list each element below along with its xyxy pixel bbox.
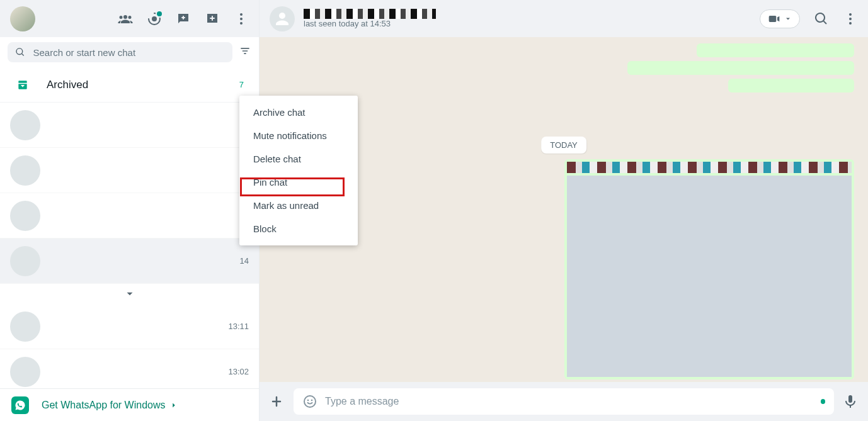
ctx-pin-chat[interactable]: Pin chat (239, 171, 358, 194)
chat-item[interactable]: 13:11 (0, 304, 259, 349)
archived-icon (16, 79, 29, 91)
left-panel: Archived 7 15 14 14 14 13:11 13:02 13:52… (0, 0, 260, 421)
video-icon (768, 13, 780, 25)
ctx-delete-chat[interactable]: Delete chat (239, 147, 358, 171)
ctx-archive-chat[interactable]: Archive chat (239, 101, 358, 124)
message-image-block[interactable] (564, 159, 854, 379)
search-icon (15, 47, 25, 58)
expand-chevron[interactable] (0, 284, 259, 304)
ctx-block[interactable]: Block (239, 217, 358, 240)
chat-item[interactable]: 13:02 (0, 349, 259, 388)
menu-icon[interactable] (234, 11, 249, 26)
composer (260, 382, 868, 421)
get-windows-label: Get WhatsApp for Windows (42, 400, 166, 411)
status-icon[interactable] (147, 11, 162, 26)
svg-point-5 (849, 18, 852, 20)
emoji-icon[interactable] (302, 394, 317, 409)
search-box[interactable] (8, 42, 232, 62)
chat-header[interactable]: last seen today at 14:53 (260, 0, 868, 37)
svg-point-8 (307, 400, 309, 401)
chat-item[interactable]: 14 (0, 239, 259, 284)
compose-input-wrap[interactable] (294, 388, 834, 415)
date-pill-today: TODAY (541, 137, 586, 154)
archived-count: 7 (239, 80, 244, 89)
chat-menu-icon[interactable] (843, 11, 858, 26)
message-bubble[interactable] (697, 43, 854, 57)
contact-name (304, 9, 436, 19)
svg-point-7 (304, 396, 316, 407)
recording-indicator (821, 399, 825, 404)
svg-point-1 (240, 13, 243, 16)
svg-point-6 (849, 22, 852, 25)
new-chat-icon[interactable] (176, 11, 191, 26)
chevron-down-icon (784, 15, 792, 23)
message-bubble[interactable] (728, 79, 854, 93)
compose-input[interactable] (325, 396, 813, 407)
svg-point-4 (849, 13, 852, 16)
svg-point-3 (240, 22, 243, 25)
search-input[interactable] (33, 47, 225, 58)
svg-point-9 (311, 400, 313, 401)
my-avatar[interactable] (10, 6, 35, 31)
svg-point-2 (240, 18, 243, 20)
get-windows-banner[interactable]: Get WhatsApp for Windows (0, 388, 259, 421)
search-row (0, 37, 259, 67)
chat-list: 15 14 14 14 13:11 13:02 13:52 (0, 103, 259, 388)
contact-status: last seen today at 14:53 (304, 19, 436, 28)
ctx-mark-unread[interactable]: Mark as unread (239, 194, 358, 217)
new-group-icon[interactable] (205, 11, 220, 26)
contact-avatar[interactable] (270, 6, 295, 31)
communities-icon[interactable] (118, 11, 133, 26)
ctx-mute-notifications[interactable]: Mute notifications (239, 124, 358, 147)
whatsapp-icon (11, 396, 29, 414)
message-bubble[interactable] (627, 61, 854, 75)
search-in-chat-icon[interactable] (814, 11, 829, 26)
archived-row[interactable]: Archived 7 (0, 67, 259, 103)
chat-item[interactable]: 14 (0, 193, 259, 239)
svg-point-0 (152, 16, 157, 21)
chat-context-menu: Archive chat Mute notifications Delete c… (239, 96, 358, 245)
archived-label: Archived (47, 79, 222, 91)
left-header (0, 0, 259, 37)
filter-icon[interactable] (239, 45, 251, 60)
chat-item[interactable]: 14 (0, 148, 259, 193)
chat-item[interactable]: 15 (0, 103, 259, 148)
mic-icon[interactable] (843, 394, 858, 409)
chevron-right-icon (169, 401, 178, 410)
video-call-button[interactable] (760, 9, 800, 28)
attach-icon[interactable] (270, 394, 285, 409)
